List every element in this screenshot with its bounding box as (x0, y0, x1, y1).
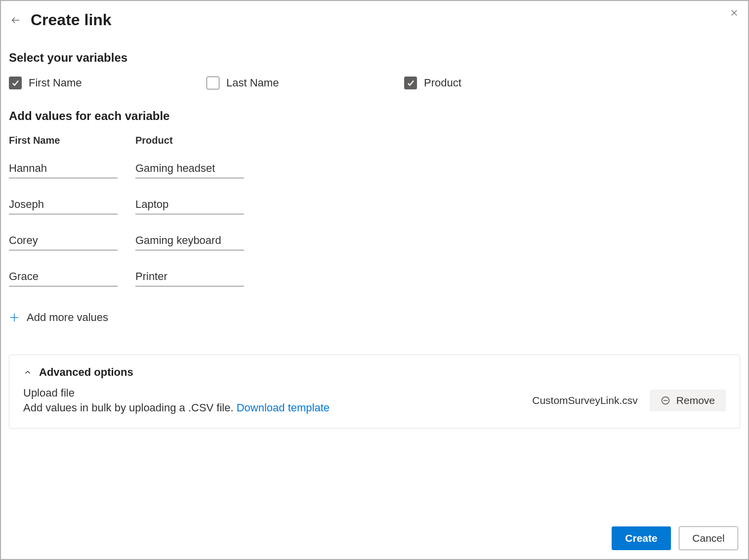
values-table: First Name Product (9, 135, 740, 286)
values-header: First Name Product (9, 135, 740, 146)
close-icon (730, 8, 739, 17)
upload-desc-text: Add values in bulk by uploading a .CSV f… (23, 401, 237, 414)
variables-row: First Name Last Name Product (9, 77, 740, 89)
uploaded-file-name: CustomSurveyLink.csv (532, 395, 638, 406)
chevron-up-icon (23, 368, 32, 377)
download-template-link[interactable]: Download template (237, 401, 330, 414)
arrow-left-icon (10, 15, 21, 26)
variable-label: Product (424, 77, 461, 89)
values-heading: Add values for each variable (9, 109, 740, 123)
variable-label: Last Name (226, 77, 279, 89)
advanced-options-title: Advanced options (39, 366, 133, 379)
checkmark-icon (11, 79, 20, 87)
page-title: Create link (31, 11, 112, 29)
uploaded-file-section: CustomSurveyLink.csv Remove (532, 390, 726, 411)
variables-heading: Select your variables (9, 51, 740, 65)
close-button[interactable] (727, 6, 741, 20)
add-more-label: Add more values (27, 311, 108, 324)
column-header-product: Product (135, 135, 244, 146)
panel-content: Select your variables First Name Last Na… (1, 34, 748, 519)
product-input[interactable] (135, 269, 244, 286)
column-header-first-name: First Name (9, 135, 118, 146)
first-name-input[interactable] (9, 233, 118, 250)
upload-section: Upload file Add values in bulk by upload… (23, 387, 522, 414)
variable-first-name[interactable]: First Name (9, 77, 177, 89)
variable-product[interactable]: Product (404, 77, 572, 89)
first-name-input[interactable] (9, 161, 118, 178)
upload-file-label: Upload file (23, 387, 522, 400)
values-body (9, 161, 740, 286)
plus-icon (9, 312, 20, 323)
value-row (9, 161, 740, 178)
remove-label: Remove (676, 395, 715, 406)
remove-icon (661, 396, 670, 405)
create-button[interactable]: Create (612, 526, 671, 550)
back-button[interactable] (9, 13, 23, 27)
value-row (9, 197, 740, 214)
upload-description: Add values in bulk by uploading a .CSV f… (23, 401, 522, 414)
variable-label: First Name (29, 77, 82, 89)
variable-last-name[interactable]: Last Name (207, 77, 374, 89)
advanced-options-toggle[interactable]: Advanced options (23, 366, 726, 379)
first-name-input[interactable] (9, 269, 118, 286)
add-more-values-button[interactable]: Add more values (9, 311, 108, 324)
remove-file-button[interactable]: Remove (650, 390, 726, 411)
product-input[interactable] (135, 233, 244, 250)
value-row (9, 233, 740, 250)
panel-footer: Create Cancel (1, 519, 748, 559)
product-input[interactable] (135, 161, 244, 178)
checkbox-first-name[interactable] (9, 77, 22, 89)
checkmark-icon (406, 79, 415, 87)
value-row (9, 269, 740, 286)
advanced-options-body: Upload file Add values in bulk by upload… (23, 387, 726, 414)
advanced-options-card: Advanced options Upload file Add values … (9, 355, 740, 429)
cancel-button[interactable]: Cancel (679, 526, 738, 550)
panel-header: Create link (1, 1, 748, 34)
checkbox-last-name[interactable] (207, 77, 219, 89)
create-link-panel: Create link Select your variables First … (0, 0, 749, 560)
checkbox-product[interactable] (404, 77, 417, 89)
product-input[interactable] (135, 197, 244, 214)
first-name-input[interactable] (9, 197, 118, 214)
